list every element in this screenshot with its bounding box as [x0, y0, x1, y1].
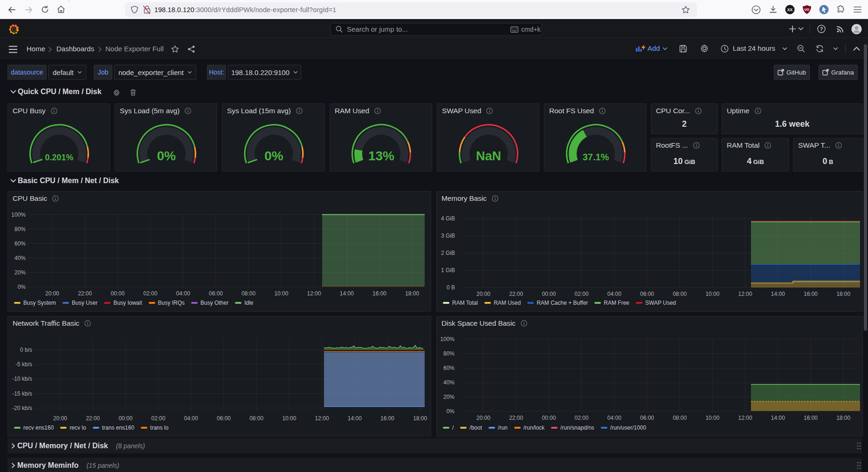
- svg-text:00:00: 00:00: [118, 415, 132, 422]
- svg-text:40%: 40%: [14, 255, 26, 261]
- svg-text:20%: 20%: [443, 394, 455, 400]
- svg-text:14:00: 14:00: [771, 415, 785, 421]
- svg-text:22:00: 22:00: [509, 291, 523, 297]
- svg-text:13%: 13%: [368, 149, 394, 163]
- svg-text:08:00: 08:00: [249, 415, 263, 422]
- svg-text:14:00: 14:00: [340, 290, 354, 297]
- svg-text:18:00: 18:00: [836, 415, 850, 421]
- svg-text:0.201%: 0.201%: [45, 153, 73, 162]
- svg-text:04:00: 04:00: [607, 291, 621, 297]
- svg-text:10:00: 10:00: [282, 415, 296, 422]
- svg-text:80%: 80%: [14, 226, 26, 233]
- svg-text:0%: 0%: [447, 408, 455, 415]
- svg-text:18:00: 18:00: [413, 415, 427, 422]
- svg-text:12:00: 12:00: [307, 290, 321, 297]
- svg-text:02:00: 02:00: [144, 290, 158, 297]
- svg-text:-5 kb/s: -5 kb/s: [15, 361, 32, 368]
- svg-text:16:00: 16:00: [380, 415, 394, 422]
- svg-text:10:00: 10:00: [705, 415, 719, 421]
- svg-text:06:00: 06:00: [640, 291, 654, 297]
- svg-text:02:00: 02:00: [152, 415, 165, 422]
- svg-text:XX: XX: [787, 7, 793, 12]
- svg-text:00:00: 00:00: [542, 415, 556, 421]
- svg-text:NaN: NaN: [476, 149, 501, 163]
- svg-text:60%: 60%: [14, 240, 26, 247]
- svg-text:12:00: 12:00: [315, 415, 329, 422]
- svg-text:00:00: 00:00: [110, 290, 124, 297]
- svg-text:16:00: 16:00: [804, 291, 818, 297]
- svg-text:10:00: 10:00: [274, 290, 288, 297]
- svg-text:22:00: 22:00: [509, 415, 523, 421]
- svg-text:60%: 60%: [443, 365, 455, 371]
- svg-text:40%: 40%: [443, 379, 455, 386]
- svg-text:1 GiB: 1 GiB: [441, 267, 455, 274]
- svg-text:08:00: 08:00: [673, 415, 687, 421]
- svg-text:18:00: 18:00: [405, 290, 419, 297]
- svg-text:20:00: 20:00: [53, 415, 67, 422]
- svg-text:04:00: 04:00: [607, 415, 621, 421]
- svg-text:0 B: 0 B: [447, 284, 455, 291]
- svg-text:06:00: 06:00: [217, 415, 231, 422]
- svg-text:0%: 0%: [157, 149, 176, 163]
- svg-text:20:00: 20:00: [476, 415, 490, 421]
- svg-text:22:00: 22:00: [86, 415, 100, 422]
- svg-text:10:00: 10:00: [705, 291, 719, 297]
- svg-text:0%: 0%: [18, 284, 26, 290]
- svg-text:100%: 100%: [440, 336, 455, 342]
- svg-text:14:00: 14:00: [348, 415, 362, 422]
- svg-text:20%: 20%: [14, 269, 26, 276]
- svg-text:-10 kb/s: -10 kb/s: [12, 376, 32, 382]
- svg-text:02:00: 02:00: [575, 415, 589, 421]
- svg-text:UO: UO: [805, 8, 810, 11]
- svg-text:80%: 80%: [443, 350, 455, 357]
- svg-text:0%: 0%: [264, 149, 283, 163]
- svg-text:08:00: 08:00: [673, 291, 687, 297]
- svg-text:06:00: 06:00: [640, 415, 654, 421]
- svg-text:02:00: 02:00: [575, 291, 589, 297]
- svg-text:20:00: 20:00: [45, 290, 59, 297]
- svg-text:-20 kb/s: -20 kb/s: [12, 405, 32, 411]
- svg-text:04:00: 04:00: [176, 290, 190, 297]
- svg-text:18:00: 18:00: [836, 291, 850, 297]
- svg-text:100%: 100%: [11, 212, 26, 218]
- svg-text:3 GiB: 3 GiB: [441, 233, 455, 239]
- svg-text:20:00: 20:00: [476, 291, 490, 297]
- svg-text:?: ?: [820, 26, 823, 32]
- svg-text:04:00: 04:00: [184, 415, 198, 422]
- svg-text:06:00: 06:00: [209, 290, 223, 297]
- svg-text:08:00: 08:00: [241, 290, 255, 297]
- svg-text:37.1%: 37.1%: [583, 152, 609, 162]
- svg-text:2 GiB: 2 GiB: [441, 250, 455, 256]
- svg-text:12:00: 12:00: [738, 415, 752, 421]
- svg-text:16:00: 16:00: [372, 290, 386, 297]
- svg-text:00:00: 00:00: [542, 291, 556, 297]
- svg-text:22:00: 22:00: [78, 290, 92, 297]
- svg-text:16:00: 16:00: [804, 415, 818, 421]
- svg-text:12:00: 12:00: [738, 291, 752, 297]
- svg-text:4 GiB: 4 GiB: [441, 215, 455, 222]
- svg-text:-15 kb/s: -15 kb/s: [12, 390, 32, 397]
- svg-text:0 b/s: 0 b/s: [20, 347, 32, 353]
- svg-text:14:00: 14:00: [771, 291, 785, 297]
